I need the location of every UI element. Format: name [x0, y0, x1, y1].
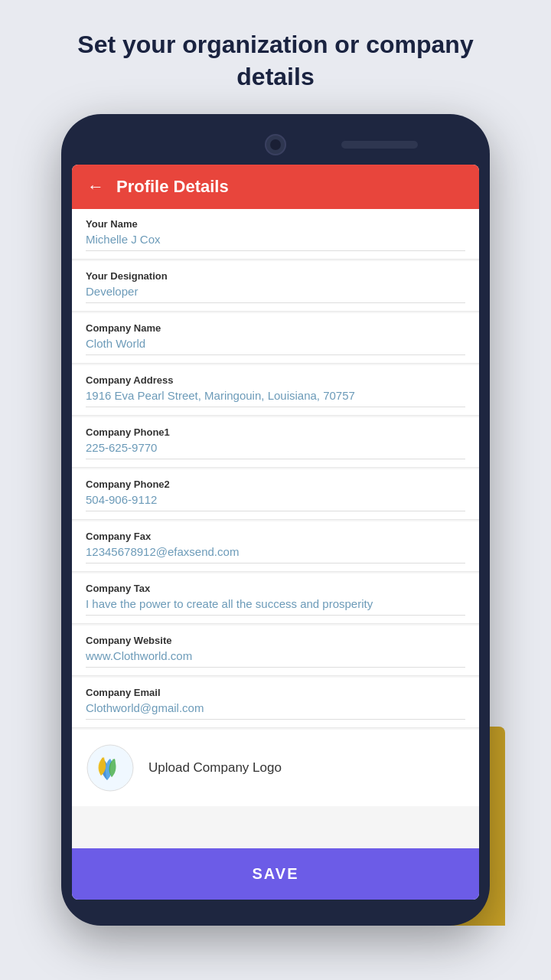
form-field[interactable]: Company Phone2504-906-9112 — [72, 469, 479, 520]
phone-mockup: ← Profile Details Your NameMichelle J Co… — [61, 114, 490, 926]
form-area[interactable]: Your NameMichelle J CoxYour DesignationD… — [72, 209, 479, 848]
camera-notch — [265, 134, 286, 155]
field-value[interactable]: Clothworld@gmail.com — [86, 701, 465, 720]
field-value[interactable]: Cloth World — [86, 337, 465, 355]
form-field[interactable]: Company NameCloth World — [72, 313, 479, 364]
field-value[interactable]: Developer — [86, 285, 465, 303]
camera-lens — [270, 139, 281, 150]
form-field[interactable]: Company Address1916 Eva Pearl Street, Ma… — [72, 365, 479, 416]
phone-screen: ← Profile Details Your NameMichelle J Co… — [72, 165, 479, 900]
page-title: Set your organization or company details — [0, 0, 551, 114]
field-label: Company Phone2 — [86, 479, 465, 490]
upload-logo-section[interactable]: Upload Company Logo — [72, 730, 479, 806]
field-value[interactable]: www.Clothworld.com — [86, 649, 465, 668]
phone-top-bar — [72, 128, 479, 162]
form-field[interactable]: Your DesignationDeveloper — [72, 261, 479, 312]
header-title: Profile Details — [116, 177, 229, 197]
form-field[interactable]: Company Phone1225-625-9770 — [72, 417, 479, 468]
save-button[interactable]: SAVE — [72, 848, 479, 900]
form-field[interactable]: Your NameMichelle J Cox — [72, 209, 479, 260]
field-label: Company Website — [86, 635, 465, 646]
form-field[interactable]: Company Websitewww.Clothworld.com — [72, 626, 479, 676]
upload-label: Upload Company Logo — [148, 760, 282, 776]
form-field[interactable]: Company Fax12345678912@efaxsend.com — [72, 521, 479, 572]
field-value[interactable]: Michelle J Cox — [86, 233, 465, 251]
field-value[interactable]: 12345678912@efaxsend.com — [86, 545, 465, 564]
field-value[interactable]: 1916 Eva Pearl Street, Maringouin, Louis… — [86, 389, 465, 407]
field-label: Company Name — [86, 322, 465, 334]
field-label: Company Phone1 — [86, 426, 465, 438]
field-label: Your Name — [86, 218, 465, 230]
back-button[interactable]: ← — [87, 177, 104, 197]
form-field[interactable]: Company EmailClothworld@gmail.com — [72, 678, 479, 728]
field-label: Company Email — [86, 687, 465, 698]
app-header: ← Profile Details — [72, 165, 479, 209]
field-label: Your Designation — [86, 270, 465, 282]
company-logo-icon — [86, 743, 135, 792]
field-label: Company Tax — [86, 583, 465, 594]
field-label: Company Fax — [86, 531, 465, 542]
speaker-grill — [341, 141, 418, 149]
form-field[interactable]: Company TaxI have the power to create al… — [72, 573, 479, 624]
field-value[interactable]: 504-906-9112 — [86, 493, 465, 511]
field-label: Company Address — [86, 374, 465, 386]
field-value[interactable]: 225-625-9770 — [86, 441, 465, 459]
field-value[interactable]: I have the power to create all the succe… — [86, 597, 465, 616]
